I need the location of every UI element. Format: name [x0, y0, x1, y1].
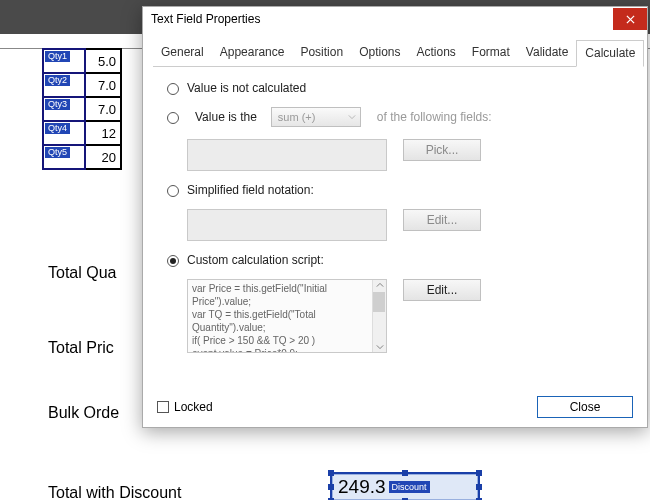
cell-value: 20 [85, 145, 121, 169]
label-simplified: Simplified field notation: [187, 183, 314, 197]
label-total-with-discount: Total with Discount [48, 484, 181, 500]
chevron-up-icon[interactable] [375, 280, 385, 290]
tab-calculate[interactable]: Calculate [576, 40, 644, 67]
label-value-is: Value is the [195, 110, 257, 124]
tab-appearance[interactable]: Appearance [212, 40, 293, 67]
tab-general[interactable]: General [153, 40, 212, 67]
sum-fields-box[interactable] [187, 139, 387, 171]
scrollbar[interactable] [372, 280, 386, 352]
tabstrip: General Appearance Position Options Acti… [153, 39, 637, 67]
radio-simplified[interactable] [167, 185, 179, 197]
titlebar[interactable]: Text Field Properties [143, 7, 647, 31]
operation-value: sum (+) [278, 111, 316, 123]
operation-dropdown[interactable]: sum (+) [271, 107, 361, 127]
checkbox-box[interactable] [157, 401, 169, 413]
scroll-thumb[interactable] [373, 292, 385, 312]
label-total-quantity: Total Qua [48, 264, 116, 282]
field-tag: Qty4 [45, 123, 70, 134]
field-tag: Discount [389, 481, 430, 493]
tab-position[interactable]: Position [292, 40, 351, 67]
locked-label: Locked [174, 400, 213, 414]
tab-format[interactable]: Format [464, 40, 518, 67]
radio-value-is[interactable] [167, 112, 179, 124]
dialog-title: Text Field Properties [151, 12, 260, 26]
pick-button[interactable]: Pick... [403, 139, 481, 161]
field-tag: Qty2 [45, 75, 70, 86]
tab-actions[interactable]: Actions [408, 40, 463, 67]
radio-not-calculated[interactable] [167, 83, 179, 95]
qty-field[interactable]: Qty4 [43, 121, 85, 145]
simplified-box[interactable] [187, 209, 387, 241]
label-total-price: Total Pric [48, 339, 114, 357]
text-field-properties-dialog: Text Field Properties General Appearance… [142, 6, 648, 428]
label-not-calculated: Value is not calculated [187, 81, 306, 95]
calculate-panel: Value is not calculated Value is the sum… [143, 67, 647, 353]
cell-value: 7.0 [85, 97, 121, 121]
field-tag: Qty3 [45, 99, 70, 110]
table-row: Qty37.0 [43, 97, 121, 121]
field-tag: Qty5 [45, 147, 70, 158]
quantity-table: Qty15.0 Qty27.0 Qty37.0 Qty412 Qty520 [42, 48, 122, 170]
cell-value: 7.0 [85, 73, 121, 97]
script-textarea[interactable]: var Price = this.getField("Initial Price… [187, 279, 387, 353]
cell-value: 5.0 [85, 49, 121, 73]
table-row: Qty412 [43, 121, 121, 145]
table-row: Qty520 [43, 145, 121, 169]
qty-field[interactable]: Qty1 [43, 49, 85, 73]
label-of-fields: of the following fields: [377, 110, 492, 124]
edit-simplified-button[interactable]: Edit... [403, 209, 481, 231]
label-custom-script: Custom calculation script: [187, 253, 324, 267]
close-icon[interactable] [613, 8, 647, 30]
chevron-down-icon [348, 113, 356, 121]
cell-value: 12 [85, 121, 121, 145]
discount-field-selected[interactable]: 249.3 Discount [330, 472, 480, 500]
label-bulk-order: Bulk Orde [48, 404, 119, 422]
edit-script-button[interactable]: Edit... [403, 279, 481, 301]
tab-validate[interactable]: Validate [518, 40, 576, 67]
close-button[interactable]: Close [537, 396, 633, 418]
table-row: Qty15.0 [43, 49, 121, 73]
radio-custom-script[interactable] [167, 255, 179, 267]
field-tag: Qty1 [45, 51, 70, 62]
discount-value: 249.3 [332, 476, 386, 498]
qty-field[interactable]: Qty5 [43, 145, 85, 169]
qty-field[interactable]: Qty3 [43, 97, 85, 121]
tab-options[interactable]: Options [351, 40, 408, 67]
table-row: Qty27.0 [43, 73, 121, 97]
chevron-down-icon[interactable] [375, 342, 385, 352]
locked-checkbox[interactable]: Locked [157, 400, 213, 414]
qty-field[interactable]: Qty2 [43, 73, 85, 97]
